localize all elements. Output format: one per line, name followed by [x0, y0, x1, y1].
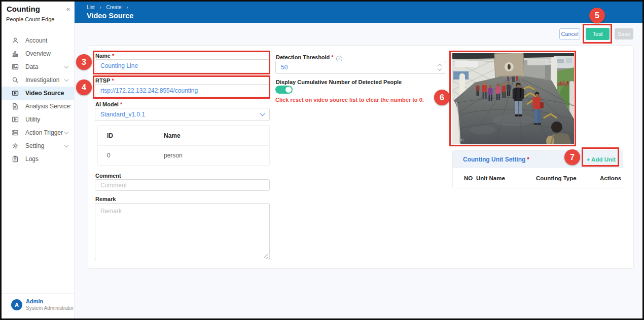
sidebar-item-label: Action Trigger: [25, 129, 63, 136]
required-asterisk: *: [112, 53, 114, 59]
sidebar-item-label: Investigation: [25, 76, 59, 84]
breadcrumb-separator: ›: [126, 5, 128, 10]
required-asterisk: *: [112, 77, 114, 84]
sidebar-item-utility[interactable]: Utility: [2, 113, 74, 126]
sidebar-item-label: Video Source: [25, 90, 64, 97]
chevron-down-icon: [64, 143, 68, 147]
save-button: Save: [615, 28, 633, 39]
ai-model-value: Standard_v1.0.1: [100, 111, 145, 118]
sidebar-item-investigation[interactable]: Investigation: [2, 73, 74, 87]
remark-label: Remark: [95, 196, 116, 202]
counting-unit-column-headers: NO Unit Name Counting Type Actions: [453, 168, 623, 188]
sidebar-item-label: Overview: [25, 50, 51, 57]
sidebar-item-data[interactable]: Data: [2, 60, 74, 73]
breadcrumb: List › Create ›: [87, 5, 132, 10]
sidebar-item-setting[interactable]: Setting: [2, 139, 74, 152]
video-source-form-card: Name* RTSP* AI Model* Standard_v1.0.1 ID…: [88, 45, 634, 269]
table-header-row: ID Name: [98, 126, 269, 146]
sidebar-item-logs[interactable]: Logs: [2, 152, 74, 166]
add-unit-button[interactable]: + Add Unit: [587, 156, 616, 163]
comment-label: Comment: [95, 173, 121, 179]
sidebar-item-analysis-service[interactable]: Analysis Service: [2, 100, 74, 113]
clipboard-icon: [12, 155, 19, 163]
bar-chart-icon: [12, 50, 19, 57]
comment-input[interactable]: [95, 179, 270, 191]
column-header-counting-type: Counting Type: [536, 175, 600, 181]
cumulative-label: Display Cumulative Number of Detected Pe…: [276, 79, 402, 85]
app-title: Counting: [7, 5, 40, 13]
name-label: Name*: [95, 53, 114, 59]
column-header-name: Name: [164, 132, 269, 139]
camera-frame-illustration: IPC: [452, 53, 574, 144]
model-class-table: ID Name 0 person: [97, 125, 270, 166]
user-name: Admin: [26, 298, 43, 304]
rtsp-input[interactable]: [95, 84, 270, 97]
sidebar-item-label: Data: [25, 63, 38, 70]
cell-name: person: [164, 152, 269, 159]
stepper-down-icon[interactable]: [438, 67, 442, 71]
user-role: System Administrator: [26, 305, 74, 311]
search-icon: [12, 76, 19, 84]
rtsp-label: RTSP*: [95, 77, 114, 84]
chevron-down-icon: [64, 77, 68, 81]
video-preview: IPC: [452, 53, 574, 144]
required-asterisk: *: [527, 156, 529, 163]
sidebar-item-action-trigger[interactable]: Action Trigger: [2, 126, 74, 139]
column-header-actions: Actions: [600, 175, 623, 181]
page-header: List › Create › Video Source: [75, 2, 642, 23]
column-header-unit-name: Unit Name: [476, 175, 536, 181]
sidebar-item-account[interactable]: Account: [2, 34, 74, 47]
ai-model-label: AI Model*: [95, 101, 122, 107]
gear-icon: [12, 142, 19, 149]
app-window: Counting « People Count Edge Account Ove…: [0, 0, 644, 320]
app-subtitle: People Count Edge: [6, 16, 54, 22]
sidebar: Counting « People Count Edge Account Ove…: [2, 2, 75, 318]
cancel-button[interactable]: Cancel: [559, 28, 580, 39]
column-header-id: ID: [98, 132, 164, 139]
name-input[interactable]: [95, 59, 270, 72]
test-button[interactable]: Test: [586, 28, 610, 40]
sidebar-menu: Account Overview Data Investigation: [2, 34, 74, 166]
image-icon: [12, 63, 19, 70]
video-source-icon: [12, 90, 19, 97]
cell-id: 0: [98, 152, 164, 159]
counting-unit-panel: Counting Unit Setting* + Add Unit NO Uni…: [452, 150, 623, 188]
ai-model-select[interactable]: Standard_v1.0.1: [95, 108, 270, 121]
cumulative-toggle[interactable]: [275, 86, 293, 94]
detection-threshold-input[interactable]: [275, 61, 446, 74]
chevron-down-icon: [64, 64, 68, 68]
remark-textarea[interactable]: [95, 203, 270, 260]
required-asterisk: *: [120, 101, 122, 107]
sidebar-item-video-source[interactable]: Video Source: [2, 87, 74, 100]
breadcrumb-list[interactable]: List: [87, 5, 95, 10]
camera-watermark: IPC: [456, 138, 464, 142]
sidebar-item-label: Utility: [25, 116, 40, 123]
counting-unit-title: Counting Unit Setting*: [463, 156, 529, 163]
sidebar-collapse-icon[interactable]: «: [66, 5, 70, 13]
required-asterisk: *: [331, 54, 333, 60]
chevron-down-icon: [260, 111, 265, 116]
table-row: 0 person: [98, 146, 269, 165]
sidebar-item-label: Setting: [25, 142, 44, 149]
page-title: Video Source: [87, 12, 133, 20]
document-icon: [12, 103, 19, 110]
toggle-knob: [285, 87, 292, 93]
server-stack-icon: [12, 129, 19, 136]
breadcrumb-create[interactable]: Create: [106, 5, 121, 10]
number-stepper[interactable]: [437, 63, 443, 72]
utility-icon: [12, 116, 19, 123]
chevron-down-icon: [64, 130, 68, 134]
user-profile[interactable]: A Admin System Administrator: [2, 293, 74, 315]
sidebar-item-label: Account: [25, 37, 47, 44]
sidebar-item-overview[interactable]: Overview: [2, 47, 74, 60]
avatar: A: [11, 299, 22, 310]
counting-unit-header: Counting Unit Setting* + Add Unit: [453, 150, 623, 168]
cumulative-helper-text: Click reset on video source list to clea…: [275, 97, 424, 103]
sidebar-item-label: Logs: [25, 155, 39, 163]
account-icon: [12, 37, 19, 44]
sidebar-item-label: Analysis Service: [25, 103, 70, 110]
breadcrumb-separator: ›: [99, 5, 101, 10]
column-header-no: NO: [453, 175, 476, 181]
